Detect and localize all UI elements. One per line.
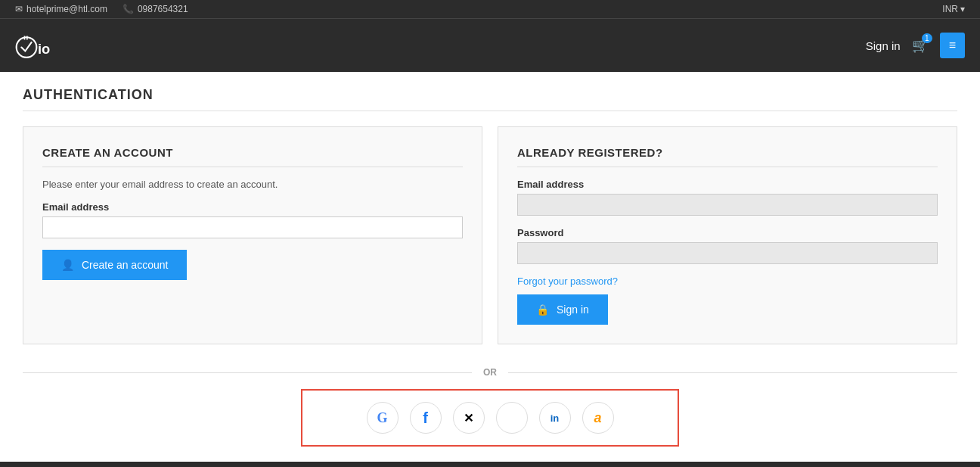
create-account-title: CREATE AN ACCOUNT	[42, 146, 463, 167]
amazon-login-button[interactable]: a	[582, 402, 614, 434]
menu-button[interactable]: ≡	[940, 33, 965, 58]
svg-rect-2	[26, 36, 28, 40]
footer: ABOUT PAYMENT ACCEPTED GET NOTIFICATIONS…	[0, 462, 980, 467]
forgot-password-link[interactable]: Forgot your password?	[517, 276, 938, 287]
main-content: AUTHENTICATION CREATE AN ACCOUNT Please …	[0, 72, 980, 462]
login-password-input[interactable]	[517, 242, 938, 264]
svg-rect-1	[24, 36, 26, 40]
logo[interactable]: io	[15, 26, 53, 64]
create-account-button[interactable]: 👤 Create an account	[42, 250, 187, 280]
apple-login-button[interactable]	[496, 402, 528, 434]
divider-line-right	[508, 372, 957, 373]
create-account-email-input[interactable]	[42, 216, 463, 238]
google-login-button[interactable]: G	[367, 402, 399, 434]
page-title: AUTHENTICATION	[23, 87, 957, 111]
email-label: Email address	[42, 201, 463, 213]
cart-badge: 1	[922, 33, 932, 43]
phone-info: 📞 0987654321	[122, 4, 188, 14]
user-icon: 👤	[61, 259, 74, 271]
cart-button[interactable]: 🛒 1	[912, 37, 929, 54]
chevron-down-icon: ▾	[960, 4, 965, 14]
contact-email: hotelprime@htl.com	[26, 4, 107, 14]
linkedin-login-button[interactable]: in	[539, 402, 571, 434]
contact-phone: 0987654321	[138, 4, 188, 14]
login-email-label: Email address	[517, 179, 938, 190]
email-form-group: Email address	[42, 201, 463, 238]
top-bar: ✉ hotelprime@htl.com 📞 0987654321 INR ▾	[0, 0, 980, 18]
lock-icon: 🔒	[536, 304, 549, 316]
header-right: Sign in 🛒 1 ≡	[866, 33, 965, 58]
create-account-panel: CREATE AN ACCOUNT Please enter your emai…	[23, 126, 482, 344]
sign-in-button[interactable]: 🔒 Sign in	[517, 294, 608, 325]
login-panel-title: ALREADY REGISTERED?	[517, 146, 938, 167]
login-panel: ALREADY REGISTERED? Email address Passwo…	[498, 126, 957, 344]
logo-svg: io	[15, 26, 53, 64]
or-divider: OR	[23, 367, 957, 378]
currency-selector[interactable]: INR ▾	[942, 4, 965, 14]
login-password-group: Password	[517, 227, 938, 264]
or-text: OR	[483, 367, 497, 378]
create-account-label: Create an account	[82, 259, 168, 271]
divider-line-left	[23, 372, 472, 373]
login-password-label: Password	[517, 227, 938, 238]
header: io Sign in 🛒 1 ≡	[0, 18, 980, 72]
twitter-x-login-button[interactable]: ✕	[453, 402, 485, 434]
signin-button-label: Sign in	[557, 304, 589, 316]
svg-text:io: io	[38, 41, 50, 57]
facebook-login-button[interactable]: f	[410, 402, 442, 434]
hamburger-icon: ≡	[949, 39, 956, 51]
login-email-group: Email address	[517, 179, 938, 216]
email-info: ✉ hotelprime@htl.com	[15, 4, 107, 14]
auth-panels: CREATE AN ACCOUNT Please enter your emai…	[23, 126, 957, 344]
social-login-container: G f ✕ in a	[301, 389, 679, 447]
create-account-desc: Please enter your email address to creat…	[42, 179, 463, 190]
login-email-input[interactable]	[517, 194, 938, 216]
phone-icon: 📞	[122, 4, 134, 14]
envelope-icon: ✉	[15, 4, 23, 14]
currency-label: INR	[942, 4, 958, 14]
signin-link[interactable]: Sign in	[866, 39, 901, 52]
svg-point-0	[17, 37, 37, 58]
